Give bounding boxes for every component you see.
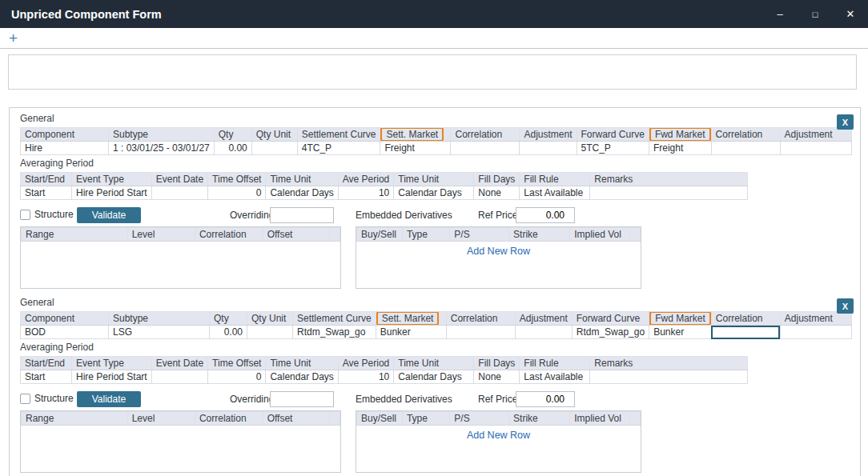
col-fill-days: Fill Days — [474, 173, 520, 186]
remove-section-button[interactable]: X — [837, 298, 854, 314]
minimize-icon[interactable]: – — [762, 0, 798, 28]
ref-price-input[interactable] — [516, 391, 575, 407]
embedded-derivatives-panel: Buy/Sell Type P/S Strike Implied Vol Add… — [356, 226, 641, 289]
general-label: General — [20, 113, 860, 124]
window-title: Unpriced Component Form — [0, 8, 762, 21]
notes-box[interactable] — [8, 54, 857, 90]
add-new-row-link[interactable]: Add New Row — [356, 426, 641, 441]
cell-fwd-market[interactable]: Bunker — [649, 326, 712, 339]
cell-time-offset[interactable]: 0 — [208, 370, 266, 384]
col-range: Range — [22, 228, 128, 242]
cell-start-end[interactable]: Start — [21, 186, 72, 200]
add-tab-icon[interactable]: + — [0, 30, 18, 46]
col-component: Component — [21, 312, 109, 326]
cell-qty-unit[interactable] — [247, 326, 293, 339]
cell-remarks[interactable] — [590, 370, 748, 384]
col-range-correlation: Correlation — [195, 412, 263, 426]
col-subtype: Subtype — [109, 128, 215, 142]
col-offset: Offset — [263, 412, 329, 426]
cell-subtype[interactable]: 1 : 03/01/25 - 03/01/27 — [109, 142, 215, 155]
cell-ave-period[interactable]: 10 — [338, 186, 393, 200]
averaging-period-label: Averaging Period — [20, 158, 860, 169]
remove-section-button[interactable]: X — [837, 114, 854, 130]
col-ps: P/S — [450, 228, 509, 242]
structure-checkbox[interactable] — [20, 394, 30, 404]
cell-correlation-1[interactable] — [446, 326, 515, 339]
col-level: Level — [127, 228, 195, 242]
cell-adjustment-1[interactable] — [520, 142, 577, 155]
validate-button[interactable]: Validate — [77, 207, 141, 223]
cell-correlation-2-focused[interactable] — [711, 326, 780, 339]
maximize-icon[interactable]: □ — [798, 0, 833, 28]
validate-button[interactable]: Validate — [77, 391, 141, 407]
embedded-derivatives-label: Embedded Derivatives — [356, 394, 452, 405]
range-panel: Range Level Correlation Offset — [20, 410, 341, 473]
cell-time-unit[interactable]: Calendar Days — [266, 370, 338, 384]
col-component: Component — [21, 128, 109, 142]
cell-time-offset[interactable]: 0 — [208, 186, 266, 200]
col-adjustment-1: Adjustment — [515, 312, 572, 326]
close-icon[interactable]: ✕ — [833, 0, 868, 28]
cell-event-type[interactable]: Hire Period Start — [72, 186, 152, 200]
cell-qty[interactable]: 0.00 — [214, 142, 251, 155]
cell-adjustment-2[interactable] — [780, 326, 851, 339]
cell-adjustment-1[interactable] — [515, 326, 572, 339]
cell-correlation-2[interactable] — [711, 142, 780, 155]
col-range: Range — [22, 412, 128, 426]
col-qty: Qty — [210, 312, 247, 326]
col-subtype: Subtype — [109, 312, 210, 326]
cell-ave-period[interactable]: 10 — [338, 370, 393, 384]
col-forward-curve: Forward Curve — [572, 312, 649, 326]
overriding-price-input[interactable] — [270, 207, 334, 223]
cell-time-unit[interactable]: Calendar Days — [266, 186, 338, 200]
cell-fill-days[interactable]: None — [474, 186, 520, 200]
cell-forward-curve[interactable]: 5TC_P — [577, 142, 649, 155]
averaging-period-table: Start/End Event Type Event Date Time Off… — [20, 356, 748, 384]
general-table: Component Subtype Qty Qty Unit Settlemen… — [20, 311, 852, 339]
cell-time-unit-2[interactable]: Calendar Days — [394, 186, 474, 200]
cell-settlement-curve[interactable]: 4TC_P — [297, 142, 380, 155]
cell-time-unit-2[interactable]: Calendar Days — [394, 370, 474, 384]
component-section-1: X General Component Subtype Qty Qty Unit… — [20, 113, 860, 289]
cell-adjustment-2[interactable] — [780, 142, 851, 155]
cell-remarks[interactable] — [590, 186, 748, 200]
add-new-row-link[interactable]: Add New Row — [356, 242, 641, 257]
cell-settlement-curve[interactable]: Rtdm_Swap_go — [293, 326, 376, 339]
cell-fwd-market[interactable]: Freight — [649, 142, 711, 155]
cell-forward-curve[interactable]: Rtdm_Swap_go — [572, 326, 649, 339]
col-time-unit-2: Time Unit — [394, 357, 474, 370]
col-correlation-2: Correlation — [711, 128, 780, 142]
cell-correlation-1[interactable] — [451, 142, 520, 155]
cell-event-date[interactable] — [151, 370, 207, 384]
ref-price-input[interactable] — [516, 207, 575, 223]
col-implied-vol: Implied Vol — [570, 228, 630, 242]
col-buy-sell: Buy/Sell — [357, 228, 403, 242]
structure-checkbox-group: Structure — [20, 393, 74, 404]
cell-sett-market[interactable]: Bunker — [376, 326, 446, 339]
cell-event-type[interactable]: Hire Period Start — [72, 370, 152, 384]
cell-fill-rule[interactable]: Last Available — [520, 186, 590, 200]
cell-component[interactable]: BOD — [21, 326, 109, 339]
cell-start-end[interactable]: Start — [21, 370, 72, 384]
cell-fill-days[interactable]: None — [474, 370, 520, 384]
col-time-unit-2: Time Unit — [394, 173, 474, 186]
cell-sett-market[interactable]: Freight — [380, 142, 451, 155]
cell-event-date[interactable] — [151, 186, 207, 200]
col-correlation-1: Correlation — [451, 128, 520, 142]
overriding-price-input[interactable] — [270, 391, 334, 407]
general-row: BOD LSG 0.00 Rtdm_Swap_go Bunker Rtdm_Sw… — [21, 326, 852, 339]
structure-checkbox[interactable] — [20, 210, 30, 220]
cell-fill-rule[interactable]: Last Available — [520, 370, 590, 384]
col-start-end: Start/End — [21, 173, 72, 186]
col-sett-market: Sett. Market — [376, 312, 446, 326]
col-adjustment-2: Adjustment — [780, 128, 851, 142]
cell-component[interactable]: Hire — [21, 142, 109, 155]
range-table-gutter — [330, 412, 340, 426]
cell-subtype[interactable]: LSG — [109, 326, 210, 339]
fwd-market-highlight: Fwd Market — [649, 128, 711, 142]
range-table: Range Level Correlation Offset — [21, 411, 340, 426]
col-time-offset: Time Offset — [208, 357, 266, 370]
cell-qty-unit[interactable] — [251, 142, 297, 155]
cell-qty[interactable]: 0.00 — [210, 326, 247, 339]
embedded-derivatives-label: Embedded Derivatives — [356, 210, 452, 221]
